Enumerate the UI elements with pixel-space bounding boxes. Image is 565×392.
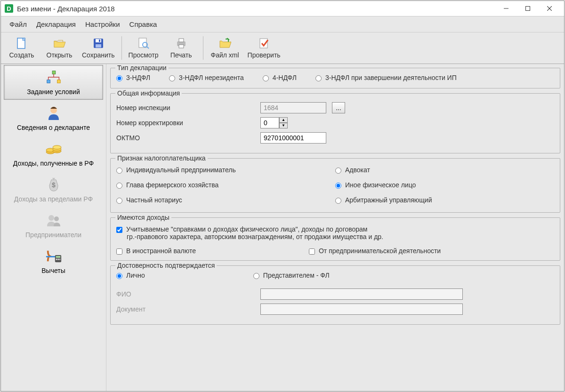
radio-notary[interactable]: Частный нотариус <box>116 196 335 204</box>
coins-icon <box>45 141 62 157</box>
radio-3ndfl[interactable]: 3-НДФЛ <box>116 74 150 81</box>
svg-rect-1 <box>526 7 530 11</box>
deductions-icon <box>45 248 62 264</box>
menu-settings[interactable]: Настройки <box>81 18 125 30</box>
inspection-field[interactable] <box>260 102 326 113</box>
preview-button[interactable]: Просмотр <box>125 35 162 61</box>
folder-open-icon <box>53 37 65 49</box>
group-declaration-type: Тип декларации 3-НДФЛ 3-НДФЛ нерезидента… <box>110 68 560 88</box>
radio-4ndfl[interactable]: 4-НДФЛ <box>263 74 297 81</box>
svg-rect-8 <box>96 44 101 48</box>
print-button[interactable]: Печать <box>162 35 200 61</box>
income-cert-desc: гр.-правового характера, авторским возна… <box>127 233 554 240</box>
correction-stepper[interactable]: ▲▼ <box>260 117 288 128</box>
titlebar: D Без имени - Декларация 2018 <box>1 1 564 16</box>
xml-button[interactable]: Файл xml <box>206 35 244 61</box>
legend-income: Имеются доходы <box>115 214 171 221</box>
svg-point-28 <box>54 216 59 221</box>
print-label: Печать <box>170 51 192 59</box>
svg-text:$: $ <box>52 181 56 189</box>
conditions-icon <box>45 69 62 85</box>
legend-general: Общая информация <box>115 89 182 97</box>
svg-line-12 <box>147 47 149 48</box>
sidebar-label-entrepreneurs: Предприниматели <box>25 231 81 239</box>
toolbar-separator <box>203 36 203 60</box>
sidebar-label-income-abroad: Доходы за пределами РФ <box>14 195 93 203</box>
radio-individual-entrepreneur[interactable]: Индивидуальный предприниматель <box>116 166 335 174</box>
toolbar: Создать Открыть Сохранить Просмотр Печат… <box>1 32 564 64</box>
sidebar-label-declarant: Сведения о декларанте <box>17 124 90 131</box>
xml-file-icon <box>219 37 231 49</box>
fio-field <box>260 288 463 300</box>
svg-point-27 <box>48 215 54 221</box>
sidebar-label-income-rf: Доходы, полученные в РФ <box>13 160 94 167</box>
checkbox-income-certificates[interactable]: Учитываемые "справками о доходах физичес… <box>116 225 554 233</box>
spin-down-button[interactable]: ▼ <box>279 123 288 128</box>
maximize-button[interactable] <box>517 1 539 16</box>
person-icon <box>45 105 62 121</box>
checkbox-entrepreneurial[interactable]: От предпринимательской деятельности <box>309 247 441 255</box>
legend-taxpayer: Признак налогоплательщика <box>115 154 208 162</box>
menu-declaration[interactable]: Декларация <box>32 18 81 30</box>
check-label: Проверить <box>248 51 281 59</box>
group-income-types: Имеются доходы Учитываемые "справками о … <box>110 217 560 261</box>
app-logo-icon: D <box>5 4 13 13</box>
sidebar-item-income-abroad[interactable]: $ Доходы за пределами РФ <box>4 172 103 207</box>
oktmo-field[interactable] <box>260 132 326 144</box>
label-fio: ФИО <box>116 290 258 298</box>
svg-rect-33 <box>57 259 59 260</box>
radio-insolvency-manager[interactable]: Арбитражный управляющий <box>335 196 554 204</box>
print-icon <box>175 37 187 49</box>
save-button[interactable]: Сохранить <box>78 35 119 61</box>
inspection-browse-button[interactable]: ... <box>332 102 345 113</box>
create-label: Создать <box>9 51 34 59</box>
radio-3ndfl-ip-end[interactable]: 3-НДФЛ при завершении деятельности ИП <box>315 74 457 81</box>
sidebar-item-conditions[interactable]: Задание условий <box>4 65 103 100</box>
money-bag-icon: $ <box>45 176 62 192</box>
xml-label: Файл xml <box>211 51 239 59</box>
people-icon <box>45 212 62 228</box>
save-label: Сохранить <box>82 51 115 59</box>
correction-field[interactable] <box>260 117 279 128</box>
svg-rect-9 <box>99 40 100 42</box>
toolbar-separator <box>121 36 122 60</box>
svg-rect-31 <box>56 256 60 258</box>
check-icon <box>258 37 270 49</box>
svg-rect-17 <box>52 71 56 74</box>
sidebar-item-declarant[interactable]: Сведения о декларанте <box>4 101 103 136</box>
group-general-info: Общая информация Номер инспекции ... Ном… <box>110 93 560 153</box>
label-oktmo: ОКТМО <box>116 134 258 142</box>
spin-up-button[interactable]: ▲ <box>279 117 288 123</box>
radio-3ndfl-nonresident[interactable]: 3-НДФЛ нерезидента <box>169 74 244 81</box>
sidebar-item-entrepreneurs[interactable]: Предприниматели <box>4 208 103 243</box>
save-icon <box>92 37 105 49</box>
radio-farm-head[interactable]: Глава фермерского хозяйства <box>116 181 335 189</box>
menu-file[interactable]: Файл <box>5 18 32 30</box>
legend-auth: Достоверность подтверждается <box>115 262 217 269</box>
menu-help[interactable]: Справка <box>125 18 162 30</box>
preview-icon <box>137 37 150 49</box>
radio-lawyer[interactable]: Адвокат <box>335 166 554 174</box>
checkbox-foreign-currency[interactable]: В иностранной валюте <box>116 247 196 255</box>
check-button[interactable]: Проверить <box>244 35 284 61</box>
svg-rect-18 <box>47 80 50 83</box>
svg-rect-7 <box>96 39 101 42</box>
create-button[interactable]: Создать <box>3 35 40 61</box>
open-label: Открыть <box>47 51 73 59</box>
close-button[interactable] <box>539 1 560 16</box>
radio-other-individual[interactable]: Иное физическое лицо <box>335 181 554 189</box>
sidebar-item-deductions[interactable]: Вычеты <box>4 244 103 279</box>
svg-rect-15 <box>179 45 184 48</box>
document-field <box>260 304 463 315</box>
radio-personally[interactable]: Лично <box>116 272 145 279</box>
svg-point-25 <box>53 145 61 149</box>
content-area: Тип декларации 3-НДФЛ 3-НДФЛ нерезидента… <box>106 64 564 391</box>
minimize-button[interactable] <box>495 1 517 16</box>
label-inspection: Номер инспекции <box>116 104 258 112</box>
sidebar-item-income-rf[interactable]: Доходы, полученные в РФ <box>4 136 103 171</box>
group-taxpayer-type: Признак налогоплательщика Индивидуальный… <box>110 158 560 213</box>
radio-representative[interactable]: Представителем - ФЛ <box>253 272 330 279</box>
open-button[interactable]: Открыть <box>40 35 78 61</box>
legend-decl-type: Тип декларации <box>115 64 169 72</box>
group-authenticity: Достоверность подтверждается Лично Предс… <box>110 265 560 325</box>
